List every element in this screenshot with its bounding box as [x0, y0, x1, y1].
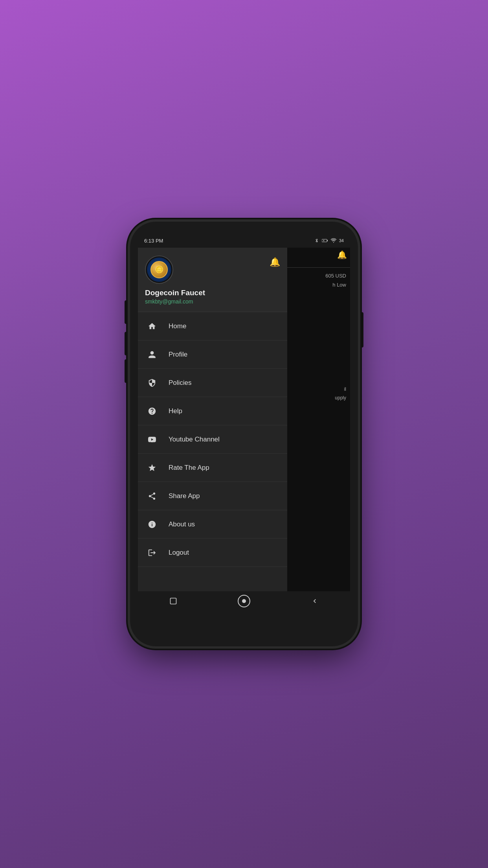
svg-rect-1: [327, 240, 328, 241]
nav-recents-button[interactable]: [165, 593, 181, 609]
menu-item-rate[interactable]: Rate The App: [138, 454, 287, 482]
app-title: Dogecoin Faucet: [145, 289, 280, 297]
navigation-drawer: 🪙 🔔 Dogecoin Faucet smkbty@gmail.com: [138, 248, 287, 591]
info-icon: [145, 517, 159, 531]
person-icon: [145, 348, 159, 362]
help-icon: [145, 404, 159, 418]
menu-item-help[interactable]: Help: [138, 397, 287, 425]
app-bell-icon[interactable]: 🔔: [337, 250, 347, 259]
logout-icon: [145, 546, 159, 560]
youtube-label: Youtube Channel: [169, 436, 220, 443]
battery-level: 34: [339, 238, 344, 243]
status-bar: 6:13 PM: [138, 234, 350, 248]
policies-label: Policies: [169, 379, 192, 387]
star-icon: [145, 461, 159, 475]
user-email: smkbty@gmail.com: [145, 298, 280, 305]
drawer-overlay: [287, 248, 350, 591]
menu-item-home[interactable]: Home: [138, 312, 287, 340]
status-icons: 34: [314, 238, 344, 243]
background-content: 605 USD h Low il upply 🔔: [287, 248, 350, 591]
share-icon: [145, 489, 159, 503]
menu-item-youtube[interactable]: Youtube Channel: [138, 425, 287, 454]
nav-back-button[interactable]: [307, 593, 323, 609]
profile-label: Profile: [169, 351, 187, 359]
svg-rect-4: [171, 598, 176, 604]
menu-item-share[interactable]: Share App: [138, 482, 287, 510]
navigation-bar: [138, 591, 350, 611]
coin-logo: 🪙: [150, 261, 168, 278]
nav-home-dot: [242, 599, 246, 603]
menu-item-logout[interactable]: Logout: [138, 539, 287, 567]
battery-icon: [322, 238, 328, 243]
bg-supply-text: il upply: [335, 385, 346, 402]
menu-item-about[interactable]: About us: [138, 510, 287, 539]
share-label: Share App: [169, 492, 200, 500]
rate-label: Rate The App: [169, 464, 209, 472]
menu-item-policies[interactable]: Policies: [138, 369, 287, 397]
nav-home-button[interactable]: [236, 593, 252, 609]
svg-rect-0: [322, 239, 327, 242]
shield-icon: [145, 376, 159, 390]
help-label: Help: [169, 407, 182, 415]
home-label: Home: [169, 322, 186, 330]
header-divider: [287, 267, 350, 268]
notification-bell-icon[interactable]: 🔔: [270, 257, 280, 267]
avatar: 🪙: [145, 256, 173, 284]
nav-home-circle: [238, 595, 250, 607]
menu-item-profile[interactable]: Profile: [138, 340, 287, 369]
phone-screen: 6:13 PM: [138, 234, 350, 611]
home-icon: [145, 319, 159, 333]
bluetooth-icon: [314, 238, 319, 243]
bg-balance-text: 605 USD h Low: [325, 271, 346, 290]
screen-content: 🪙 🔔 Dogecoin Faucet smkbty@gmail.com: [138, 248, 350, 591]
drawer-header: 🪙 🔔 Dogecoin Faucet smkbty@gmail.com: [138, 248, 287, 312]
phone-device: 6:13 PM: [130, 222, 358, 646]
logout-label: Logout: [169, 549, 189, 557]
youtube-icon: [145, 432, 159, 447]
status-time: 6:13 PM: [144, 238, 163, 244]
wifi-icon: [330, 238, 337, 243]
menu-list: Home Profile: [138, 312, 287, 591]
about-label: About us: [169, 520, 195, 528]
